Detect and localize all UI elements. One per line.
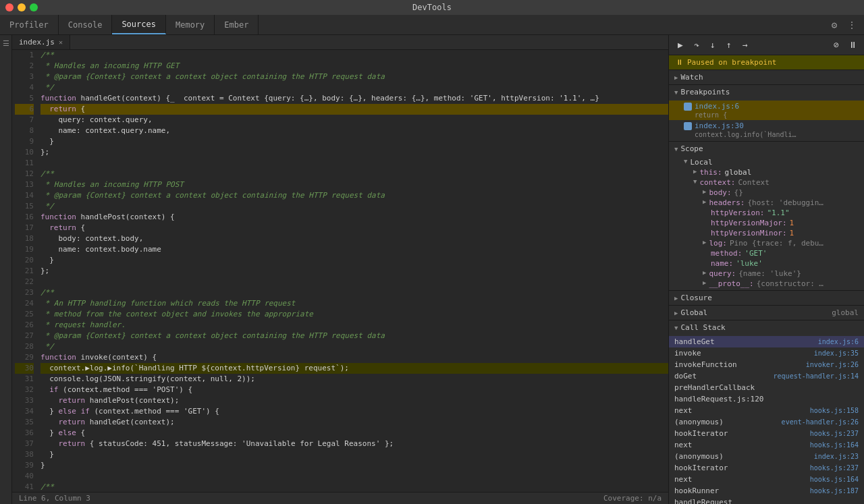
scope-header[interactable]: ▼ Scope — [669, 142, 864, 156]
tab-profiler[interactable]: Profiler — [0, 15, 59, 34]
close-file-tab-icon[interactable]: ✕ — [59, 38, 63, 46]
code-line-19[interactable]: name: context.body.name — [40, 244, 668, 255]
step-button[interactable]: → — [738, 38, 753, 53]
code-line-8[interactable]: name: context.query.name, — [40, 125, 668, 136]
stack-fn-5: handleRequest.js:120 — [674, 395, 763, 403]
minimize-button[interactable] — [18, 3, 26, 11]
breakpoints-header[interactable]: ▼ Breakpoints — [669, 85, 864, 99]
line-number-28: 28 — [15, 341, 34, 352]
stack-item-4[interactable]: preHandlerCallback — [669, 382, 864, 393]
stack-item-11[interactable]: hookIteratorhooks.js:237 — [669, 462, 864, 474]
code-line-29[interactable]: function invoke(context) { — [40, 352, 668, 363]
stack-item-2[interactable]: invokeFunctioninvoker.js:26 — [669, 359, 864, 370]
code-line-3[interactable]: * @param {Context} context a context obj… — [40, 72, 668, 82]
stack-item-1[interactable]: invokeindex.js:35 — [669, 347, 864, 359]
call-stack-header[interactable]: ▼ Call Stack — [669, 320, 864, 335]
deactivate-breakpoints-button[interactable]: ⊘ — [829, 38, 844, 53]
closure-label: Closure — [680, 293, 711, 302]
code-line-4[interactable]: */ — [40, 82, 668, 93]
code-line-27[interactable]: * @param {Context} context a context obj… — [40, 331, 668, 341]
watch-header[interactable]: ▶ Watch — [669, 70, 864, 84]
code-line-12[interactable]: /** — [40, 169, 668, 179]
stack-item-7[interactable]: (anonymous)event-handler.js:26 — [669, 416, 864, 428]
breakpoint-item-0[interactable]: index.js:6 return { — [669, 101, 864, 120]
code-line-18[interactable]: body: context.body, — [40, 233, 668, 244]
stack-item-13[interactable]: hookRunnerhooks.js:187 — [669, 485, 864, 497]
step-into-button[interactable]: ↓ — [705, 38, 720, 53]
code-line-25[interactable]: * method from the context object and inv… — [40, 309, 668, 320]
global-header[interactable]: ▶ Global global — [669, 306, 864, 320]
stack-item-3[interactable]: doGetrequest-handler.js:14 — [669, 370, 864, 382]
code-line-33[interactable]: return handlePost(context); — [40, 395, 668, 406]
code-line-36[interactable]: } else { — [40, 428, 668, 439]
code-line-37[interactable]: return { statusCode: 451, statusMessage:… — [40, 439, 668, 449]
code-line-35[interactable]: return handleGet(context); — [40, 417, 668, 428]
code-line-41[interactable]: /** — [40, 482, 668, 492]
code-line-30[interactable]: context.▶log.▶info(`Handling HTTP ${cont… — [40, 363, 668, 374]
code-line-20[interactable]: } — [40, 255, 668, 266]
stack-item-0[interactable]: handleGetindex.js:6 — [669, 336, 864, 347]
code-line-6[interactable]: return { — [40, 104, 668, 115]
code-line-2[interactable]: * Handles an incoming HTTP GET — [40, 61, 668, 72]
editor-area: index.js ✕ 12345678910111213141516171819… — [12, 35, 668, 504]
tab-memory[interactable]: Memory — [166, 15, 215, 34]
code-line-34[interactable]: } else if (context.method === 'GET') { — [40, 406, 668, 417]
breakpoint-checkbox-1[interactable] — [684, 122, 692, 130]
breakpoint-checkbox-0[interactable] — [684, 103, 692, 111]
right-panel-inner[interactable]: ⏸ Paused on breakpoint ▶ Watch ▼ Breakpo… — [669, 55, 864, 504]
code-line-38[interactable]: } — [40, 449, 668, 460]
code-content[interactable]: /** * Handles an incoming HTTP GET * @pa… — [36, 50, 668, 492]
code-line-23[interactable]: /** — [40, 287, 668, 298]
line-number-6: 6 — [15, 104, 34, 115]
code-line-15[interactable]: */ — [40, 201, 668, 212]
stack-item-6[interactable]: nexthooks.js:158 — [669, 405, 864, 416]
code-line-7[interactable]: query: context.query, — [40, 115, 668, 125]
settings-icon[interactable]: ⚙ — [828, 18, 841, 32]
code-line-16[interactable]: function handlePost(context) { — [40, 212, 668, 223]
stack-item-12[interactable]: nexthooks.js:164 — [669, 474, 864, 485]
breakpoint-item-1[interactable]: index.js:30 context.log.info(`Handli… — [669, 120, 864, 140]
code-line-32[interactable]: if (context.method === 'POST') { — [40, 385, 668, 395]
code-line-31[interactable]: console.log(JSON.stringify(context, null… — [40, 374, 668, 385]
cursor-position: Line 6, Column 3 — [19, 494, 90, 503]
close-button[interactable] — [5, 3, 14, 11]
code-editor[interactable]: 1234567891011121314151617181920212223242… — [12, 50, 668, 492]
file-tree-sidebar[interactable]: ☰ — [0, 35, 12, 504]
step-over-button[interactable]: ↷ — [689, 38, 704, 53]
stack-item-10[interactable]: (anonymous)index.js:23 — [669, 451, 864, 462]
code-line-22[interactable] — [40, 277, 668, 287]
stack-fn-12: next — [674, 475, 693, 484]
closure-header[interactable]: ▶ Closure — [669, 291, 864, 305]
code-line-9[interactable]: } — [40, 136, 668, 147]
file-tab-index-js[interactable]: index.js ✕ — [12, 35, 70, 49]
scope-query-row: ▶ query: {name: 'luke'} — [669, 269, 864, 279]
stack-item-9[interactable]: nexthooks.js:164 — [669, 439, 864, 451]
code-line-24[interactable]: * An HTTP handling function which reads … — [40, 298, 668, 309]
code-line-21[interactable]: }; — [40, 266, 668, 277]
stack-item-14[interactable]: handleRequest — [669, 497, 864, 504]
step-out-button[interactable]: ↑ — [722, 38, 736, 53]
proto-arrow: ▶ — [703, 279, 706, 288]
pause-on-exceptions-button[interactable]: ⏸ — [845, 38, 860, 53]
more-icon[interactable]: ⋮ — [845, 18, 859, 32]
code-line-1[interactable]: /** — [40, 50, 668, 61]
stack-item-8[interactable]: hookIteratorhooks.js:237 — [669, 428, 864, 439]
scope-httpVersion-val: "1.1" — [767, 208, 789, 217]
code-line-11[interactable] — [40, 158, 668, 169]
code-line-28[interactable]: */ — [40, 341, 668, 352]
scope-local-group[interactable]: ▼ Local — [669, 157, 864, 167]
code-line-39[interactable]: } — [40, 460, 668, 471]
tab-sources[interactable]: Sources — [112, 15, 166, 34]
code-line-10[interactable]: }; — [40, 147, 668, 158]
resume-button[interactable]: ▶ — [673, 38, 688, 53]
maximize-button[interactable] — [30, 3, 38, 11]
code-line-26[interactable]: * request handler. — [40, 320, 668, 331]
tab-ember[interactable]: Ember — [215, 15, 259, 34]
tab-console[interactable]: Console — [59, 15, 113, 34]
code-line-14[interactable]: * @param {Context} context a context obj… — [40, 190, 668, 201]
code-line-17[interactable]: return { — [40, 223, 668, 233]
code-line-40[interactable] — [40, 471, 668, 482]
code-line-5[interactable]: function handleGet(context) {_ context =… — [40, 93, 668, 104]
stack-item-5[interactable]: handleRequest.js:120 — [669, 393, 864, 405]
code-line-13[interactable]: * Handles an incoming HTTP POST — [40, 179, 668, 190]
